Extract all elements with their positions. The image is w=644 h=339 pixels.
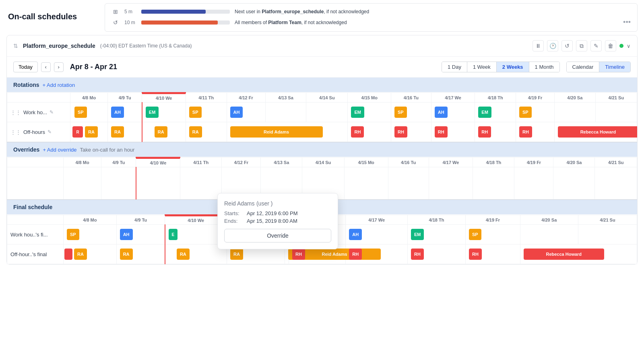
fs-block-ra-d1[interactable]: RA (120, 249, 133, 260)
rotation-name-offhours: Off-hours (23, 129, 45, 135)
fs-block-sp-d0[interactable]: SP (67, 229, 79, 240)
day-header-3: 4/11 Th (186, 93, 227, 103)
day-header-8: 4/16 Tu (391, 93, 431, 103)
notification-bar-1 (141, 10, 230, 14)
block-reid-wide[interactable]: Reid Adams (230, 126, 323, 138)
schedule-header: ⇅ Platform_europe_schedule (-04:00) EDT … (7, 35, 637, 57)
block-sp-d3[interactable]: SP (189, 107, 202, 118)
block-rh-d8[interactable]: RH (394, 126, 407, 138)
block-rh-d7[interactable]: RH (351, 126, 364, 138)
rotation-row-offhours: ⋮⋮ Off-hours ✎ R RA (7, 122, 637, 142)
fs-oh-cell-0: RA (64, 244, 117, 264)
more-options-button[interactable]: ••• (623, 18, 631, 27)
fs-block-e-d2[interactable]: E (169, 229, 178, 240)
workhours-cell-0: SP (70, 103, 108, 122)
fs-wh-cell-10: SP (465, 225, 520, 244)
block-ah-d9[interactable]: AH (435, 107, 448, 118)
clock-button[interactable]: 🕐 (547, 40, 558, 51)
add-override-link[interactable]: + Add override (43, 147, 76, 153)
ov-cell-10 (473, 167, 514, 199)
block-sp-d8[interactable]: SP (394, 107, 407, 118)
day-header-13: 4/21 Su (595, 93, 637, 103)
fs-block-em-d9[interactable]: EM (411, 229, 424, 240)
fs-wh-cell-9: EM (407, 225, 465, 244)
fs-block-ah-d1[interactable]: AH (120, 229, 133, 240)
prev-button[interactable]: ‹ (41, 62, 51, 72)
rotations-table: 4/8 Mo 4/9 Tu 4/10 We 4/11 Th 4/12 Fr (7, 92, 637, 142)
take-oncall-link[interactable]: Take on-call for an hour (80, 147, 135, 153)
edit-offhours-icon[interactable]: ✎ (47, 129, 52, 135)
edit-button[interactable]: ✎ (590, 40, 602, 51)
next-button[interactable]: › (54, 62, 64, 72)
fs-wh-cell-8: AH (346, 225, 408, 244)
fs-block-ra-d2[interactable]: RA (177, 249, 190, 260)
fs-day-0: 4/8 Mo (64, 215, 117, 225)
fs-block-ra-d0[interactable]: RA (74, 249, 87, 260)
today-button[interactable]: Today (13, 62, 38, 72)
ov-day-2-today: 4/10 We (136, 158, 180, 167)
block-em-d7[interactable]: EM (351, 107, 364, 118)
view-1month[interactable]: 1 Month (529, 62, 559, 72)
block-em-d2[interactable]: EM (146, 107, 159, 118)
rotations-title: Rotations (13, 82, 39, 88)
block-em-d10[interactable]: EM (478, 107, 491, 118)
ov-day-11: 4/19 Fr (514, 158, 553, 167)
block-sp-d11[interactable]: SP (519, 107, 532, 118)
block-ah-d4[interactable]: AH (230, 107, 243, 118)
ov-cell-7 (344, 167, 388, 199)
offhours-cell-11: RH (516, 122, 555, 142)
fs-block-rh-d9[interactable]: RH (411, 249, 424, 260)
fs-block-sp-d10[interactable]: SP (469, 229, 481, 240)
fs-block-rh-d8[interactable]: RH (349, 249, 362, 260)
notification-text-2: All members of Platform Team, if not ack… (235, 20, 347, 25)
block-ra-d2[interactable]: RA (155, 126, 167, 138)
block-rh-d11[interactable]: RH (519, 126, 532, 138)
block-rebecca-wide[interactable]: Rebecca Howard (558, 126, 637, 138)
view-2weeks[interactable]: 2 Weeks (497, 62, 529, 72)
view-buttons: 1 Day 1 Week 2 Weeks 1 Month (442, 62, 560, 72)
fs-block-ah-d8[interactable]: AH (349, 229, 362, 240)
ov-day-8: 4/16 Tu (388, 158, 429, 167)
tooltip-ends-value: Apr 15, 2019 8:00 AM (247, 218, 297, 224)
block-rh-d10[interactable]: RH (478, 126, 491, 138)
block-ra-d1[interactable]: RA (111, 126, 124, 138)
add-rotation-link[interactable]: + Add rotation (43, 82, 75, 88)
block-r-d0[interactable]: R (72, 126, 83, 138)
delete-button[interactable]: 🗑 (605, 40, 616, 51)
block-ah-d1[interactable]: AH (111, 107, 124, 118)
edit-rotation-icon[interactable]: ✎ (50, 109, 54, 115)
block-rh-d9[interactable]: RH (435, 126, 448, 138)
page-title: On-call schedules (8, 12, 77, 21)
block-sp-d0[interactable]: SP (74, 107, 87, 118)
layout-buttons: Calendar Timeline (566, 62, 631, 72)
tooltip-override-button[interactable]: Override (224, 229, 331, 242)
drag-handle-offhours-icon[interactable]: ⋮⋮ (10, 129, 21, 135)
layout-timeline[interactable]: Timeline (599, 62, 630, 72)
drag-handle-icon[interactable]: ⋮⋮ (10, 109, 21, 115)
day-header-6: 4/14 Su (306, 93, 348, 103)
ov-cell-2-today (136, 167, 180, 199)
chevron-down-icon[interactable]: ∨ (627, 43, 631, 49)
refresh-button[interactable]: ↺ (561, 40, 573, 51)
day-header-2-today: 4/10 We (142, 93, 186, 103)
fs-block-rh-d10[interactable]: RH (469, 249, 482, 260)
block-ra-d3[interactable]: RA (189, 126, 202, 138)
layout-calendar[interactable]: Calendar (567, 62, 600, 72)
ov-day-9: 4/17 We (429, 158, 473, 167)
ov-day-0: 4/8 Mo (64, 158, 101, 167)
pause-button[interactable]: ⏸ (533, 40, 544, 51)
workhours-cell-3: SP (186, 103, 227, 122)
bar-blue (141, 10, 206, 14)
fs-wh-cell-1: AH (116, 225, 165, 244)
ov-day-10: 4/18 Th (473, 158, 514, 167)
copy-button[interactable]: ⧉ (576, 40, 587, 51)
fs-block-ra-d3[interactable]: RA (230, 249, 243, 260)
view-1day[interactable]: 1 Day (442, 62, 467, 72)
fs-day-9: 4/18 Th (407, 215, 465, 225)
fs-block-rebecca[interactable]: Rebecca Howard (524, 249, 604, 260)
view-1week[interactable]: 1 Week (467, 62, 497, 72)
fs-block-rh-d7[interactable]: RH (292, 249, 305, 260)
block-ra-d0[interactable]: RA (85, 126, 98, 138)
final-schedule-title: Final schedule (13, 204, 52, 210)
fs-block-r-d0[interactable] (64, 249, 72, 260)
